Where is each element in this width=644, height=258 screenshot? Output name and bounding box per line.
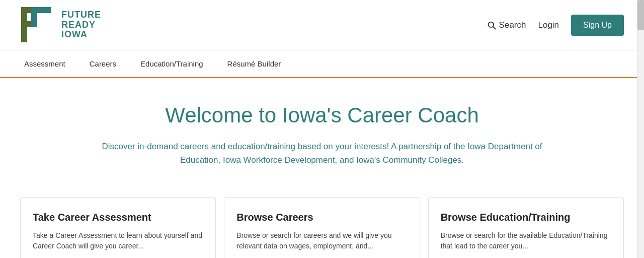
logo-text: FUTURE READY IOWA <box>61 10 101 40</box>
logo-line3: IOWA <box>61 30 101 40</box>
nav-item-resume-builder[interactable]: Résumé Builder <box>223 50 285 77</box>
hero-title: Welcome to Iowa's Career Coach <box>20 103 624 127</box>
search-label: Search <box>499 20 526 30</box>
card-careers: Browse Careers Browse or search for care… <box>224 197 420 258</box>
scrollbar-thumb[interactable] <box>637 0 644 30</box>
card-education-training-title: Browse Education/Training <box>441 212 611 223</box>
search-button[interactable]: Search <box>487 20 526 30</box>
hero-subtitle: Discover in-demand careers and education… <box>96 140 548 167</box>
nav-item-careers[interactable]: Careers <box>86 50 120 77</box>
nav-item-assessment[interactable]: Assessment <box>20 50 69 77</box>
svg-rect-4 <box>31 7 51 13</box>
logo-line2: READY <box>61 20 101 30</box>
signup-button[interactable]: Sign Up <box>571 15 624 36</box>
card-careers-text: Browse or search for careers and we will… <box>236 230 407 251</box>
scrollbar[interactable] <box>637 0 644 258</box>
card-assessment-title: Take Career Assessment <box>33 212 203 223</box>
card-assessment: Take Career Assessment Take a Career Ass… <box>20 197 216 258</box>
card-education-training: Browse Education/Training Browse or sear… <box>428 197 624 258</box>
search-icon <box>487 21 496 30</box>
card-assessment-text: Take a Career Assessment to learn about … <box>33 230 203 251</box>
login-button[interactable]: Login <box>538 20 559 30</box>
cards-section: Take Career Assessment Take a Career Ass… <box>0 182 644 258</box>
logo-line1: FUTURE <box>61 10 101 20</box>
card-careers-title: Browse Careers <box>236 212 407 223</box>
hero-section: Welcome to Iowa's Career Coach Discover … <box>0 78 644 182</box>
main-nav: Assessment Careers Education/Training Ré… <box>0 50 644 78</box>
card-education-training-text: Browse or search for the available Educa… <box>441 230 611 251</box>
header-actions: Search Login Sign Up <box>487 15 624 36</box>
header: FUTURE READY IOWA Search Login Sign Up <box>0 0 644 50</box>
logo-area: FUTURE READY IOWA <box>20 6 101 44</box>
svg-line-6 <box>493 26 495 29</box>
nav-item-education-training[interactable]: Education/Training <box>136 50 207 77</box>
logo-icon <box>20 6 55 44</box>
